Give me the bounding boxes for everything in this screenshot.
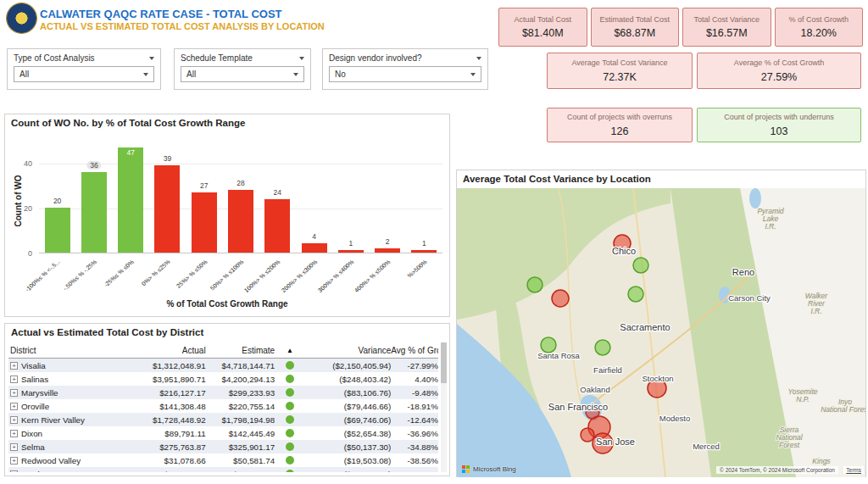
table-row-kern-river-valley[interactable]: +Kern River Valley$1,728,448.92$1,798,19… bbox=[8, 413, 438, 426]
actual-cell: $28,148.58 bbox=[135, 470, 206, 473]
x-axis-tick-label: 25%> % ≤50% bbox=[175, 259, 208, 289]
table-row-visalia[interactable]: +Visalia$1,312,048.91$4,718,144.71($2,15… bbox=[8, 359, 438, 372]
actual-cell: $275,763.87 bbox=[135, 442, 206, 452]
map-bubble-red-11[interactable] bbox=[581, 428, 594, 442]
expand-icon[interactable]: + bbox=[10, 416, 18, 424]
table-row-salinas[interactable]: +Salinas$3,951,890.71$4,200,294.13($248,… bbox=[8, 372, 438, 386]
actual-cell: $31,078.66 bbox=[135, 456, 206, 465]
expand-icon[interactable]: + bbox=[10, 362, 18, 370]
sort-indicator[interactable]: ▲ bbox=[275, 347, 305, 354]
table-row-redwood-valley[interactable]: +Redwood Valley$31,078.66$50,581.74($19,… bbox=[8, 453, 438, 467]
bar-2[interactable]: 36 bbox=[81, 172, 107, 253]
kpi-value: 103 bbox=[771, 125, 788, 137]
bar-6[interactable]: 28 bbox=[228, 190, 253, 253]
growth-cell: -38.56% bbox=[391, 456, 438, 465]
variance-cell: ($79,446.66) bbox=[305, 402, 391, 411]
column-header-growth[interactable]: Avg % of Growth bbox=[391, 346, 438, 355]
chevron-down-icon[interactable] bbox=[299, 57, 304, 60]
table-row-selma[interactable]: +Selma$275,763.87$325,901.17($50,137.30)… bbox=[8, 440, 438, 453]
kpi-projects-with-underruns: Count of projects with underruns 103 bbox=[697, 108, 861, 142]
variance-cell: ($2,150,405.94) bbox=[305, 361, 391, 370]
map-label-sacramento: Sacramento bbox=[620, 322, 670, 332]
scrollbar-thumb[interactable] bbox=[441, 342, 447, 383]
kpi-label: % of Cost Growth bbox=[787, 15, 850, 24]
bar-value-label: 24 bbox=[274, 188, 281, 197]
table-row-marysville[interactable]: +Marysville$216,127.17$299,233.93($83,10… bbox=[8, 386, 438, 399]
column-header-district[interactable]: District bbox=[8, 346, 135, 355]
table-row-oroville[interactable]: +Oroville$141,308.48$220,755.14($79,446.… bbox=[8, 399, 438, 413]
map-label-fairfield: Fairfield bbox=[593, 365, 622, 375]
expand-icon[interactable]: + bbox=[10, 470, 18, 473]
column-header-estimate[interactable]: Estimate bbox=[206, 346, 275, 355]
bar-10[interactable]: 2 bbox=[375, 248, 400, 253]
indicator-cell bbox=[275, 429, 305, 437]
expand-icon[interactable]: + bbox=[10, 457, 18, 465]
x-axis-tick-label: %>500% bbox=[406, 259, 428, 279]
slicer-dropdown[interactable]: No bbox=[329, 66, 481, 82]
y-tick-label: 20 bbox=[10, 204, 32, 213]
table-scrollbar[interactable] bbox=[441, 342, 447, 472]
kpi-label: Actual Total Cost bbox=[513, 15, 573, 24]
bar-7[interactable]: 24 bbox=[264, 199, 290, 253]
district-cell: +Dixon bbox=[8, 429, 135, 438]
growth-cell: -18.91% bbox=[391, 402, 438, 411]
map-copyright: © 2024 TomTom, © 2024 Microsoft Corporat… bbox=[716, 466, 838, 474]
table-row-dixon[interactable]: +Dixon$89,791.11$142,445.49($52,654.38)-… bbox=[8, 426, 438, 440]
map-bubble-green-5[interactable] bbox=[628, 287, 643, 302]
expand-icon[interactable]: + bbox=[10, 376, 18, 383]
variance-indicator-icon bbox=[286, 415, 294, 424]
kpi-label: Count of projects with underruns bbox=[722, 113, 836, 121]
map-bubble-green-7[interactable] bbox=[595, 340, 610, 355]
bar-9[interactable]: 1 bbox=[338, 250, 364, 253]
indicator-cell bbox=[275, 415, 305, 424]
bar-4[interactable]: 39 bbox=[154, 165, 180, 253]
column-header-variance[interactable]: Variance bbox=[305, 346, 391, 355]
map-label-stockton: Stockton bbox=[643, 374, 674, 383]
kpi-pct-cost-growth: % of Cost Growth 18.20% bbox=[775, 8, 864, 47]
estimate-cell: $299,233.93 bbox=[206, 388, 275, 398]
chevron-down-icon[interactable] bbox=[476, 57, 481, 60]
bar-3[interactable]: 47 bbox=[118, 147, 143, 253]
bar-1[interactable]: 20 bbox=[45, 208, 70, 253]
map-bubble-green-4[interactable] bbox=[633, 258, 648, 273]
terms-link[interactable]: Terms bbox=[843, 466, 864, 474]
kpi-average-pct-cost-growth: Average % of Cost Growth 27.59% bbox=[697, 53, 861, 89]
bing-map[interactable]: ChicoSacramentoSan FranciscoSan JoseReno… bbox=[457, 188, 865, 477]
map-label-san-francisco: San Francisco bbox=[548, 402, 608, 412]
table-body: +Visalia$1,312,048.91$4,718,144.71($2,15… bbox=[8, 359, 438, 472]
indicator-cell bbox=[275, 388, 305, 397]
actual-cell: $3,951,890.71 bbox=[135, 375, 206, 384]
bar-11[interactable]: 1 bbox=[411, 250, 437, 253]
expand-icon[interactable]: + bbox=[10, 403, 18, 410]
variance-cell: ($69,746.06) bbox=[305, 415, 391, 425]
bar-5[interactable]: 27 bbox=[192, 192, 217, 253]
expand-icon[interactable]: + bbox=[10, 430, 18, 437]
x-axis-tick-label: -25%≤ % ≤0% bbox=[103, 259, 135, 288]
district-name: Dixon bbox=[21, 429, 42, 438]
table-title: Actual vs Estimated Total Cost by Distri… bbox=[11, 327, 203, 337]
expand-icon[interactable]: + bbox=[10, 389, 18, 397]
growth-cell: -12.64% bbox=[391, 415, 438, 425]
kpi-value: $68.87M bbox=[614, 27, 655, 39]
slicer-label: Design vendor involved? bbox=[329, 53, 422, 63]
map-bubble-green-1[interactable] bbox=[527, 277, 542, 292]
column-header-actual[interactable]: Actual bbox=[135, 346, 206, 355]
bar-value-label: 39 bbox=[164, 154, 171, 163]
map-bubble-red-2[interactable] bbox=[552, 290, 569, 307]
bar-value-label: 20 bbox=[53, 197, 61, 205]
dashboard: CALWATER QAQC RATE CASE - TOTAL COST ACT… bbox=[0, 0, 868, 484]
bar-value-label: 2 bbox=[386, 237, 390, 246]
slicer-dropdown[interactable]: All bbox=[181, 66, 304, 82]
slicer-dropdown[interactable]: All bbox=[14, 66, 154, 82]
microsoft-logo-icon bbox=[462, 465, 470, 473]
map-label-merced: Merced bbox=[693, 442, 720, 451]
table-row-stockton[interactable]: +Stockton$28,148.58$46,813.46($18,664.88… bbox=[8, 467, 438, 472]
chevron-down-icon[interactable] bbox=[149, 57, 154, 60]
estimate-cell: $1,798,194.98 bbox=[206, 415, 275, 425]
variance-indicator-icon bbox=[286, 402, 294, 410]
bar-8[interactable]: 4 bbox=[302, 243, 327, 253]
kpi-projects-with-overruns: Count of projects with overruns 126 bbox=[547, 108, 693, 142]
actual-cell: $1,728,448.92 bbox=[135, 415, 206, 425]
kpi-label: Total Cost Variance bbox=[693, 15, 761, 24]
expand-icon[interactable]: + bbox=[10, 443, 18, 451]
